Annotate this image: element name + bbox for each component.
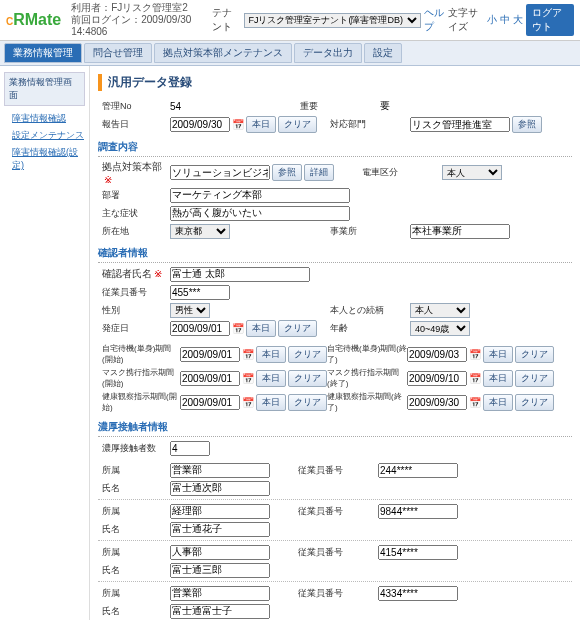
shimei-input[interactable] xyxy=(170,481,270,496)
jno-input[interactable] xyxy=(378,504,458,519)
cal-icon[interactable]: 📅 xyxy=(232,119,244,130)
date-input[interactable] xyxy=(180,371,240,386)
cal-icon[interactable]: 📅 xyxy=(242,349,254,360)
size-m[interactable]: 中 xyxy=(500,13,510,27)
area-sel[interactable]: 東京都 xyxy=(170,224,230,239)
denku-lbl: 電車区分 xyxy=(362,166,442,179)
ref-btn[interactable]: 参照 xyxy=(512,116,542,133)
logout-button[interactable]: ログアウト xyxy=(526,4,574,36)
taio-input[interactable] xyxy=(410,117,510,132)
sidebar: 業務情報管理画面 障害情報確認 設定メンテナンス 障害情報確認(設定) xyxy=(0,66,90,620)
sex-sel[interactable]: 男性 xyxy=(170,303,210,318)
hokoku-input[interactable] xyxy=(170,117,230,132)
shozoku-input[interactable] xyxy=(170,545,270,560)
user-label: 利用者：FJリスク管理室2 xyxy=(71,2,211,14)
cal-icon[interactable]: 📅 xyxy=(242,397,254,408)
side-link-3[interactable]: 障害情報確認(設定) xyxy=(4,144,85,174)
cal-icon[interactable]: 📅 xyxy=(242,373,254,384)
juyodo-val: 要 xyxy=(380,99,390,113)
ref-btn2[interactable]: 参照 xyxy=(272,164,302,181)
shozoku-input[interactable] xyxy=(170,463,270,478)
sec2-h: 調査内容 xyxy=(98,138,572,157)
sec3-h: 確認者情報 xyxy=(98,244,572,263)
jno-input[interactable] xyxy=(378,463,458,478)
shimei-input[interactable] xyxy=(170,522,270,537)
fontsize-label: 文字サイズ xyxy=(448,6,484,34)
denku-sel[interactable]: 本人 xyxy=(442,165,502,180)
jno-input[interactable] xyxy=(170,285,230,300)
detail-btn[interactable]: 詳細 xyxy=(304,164,334,181)
page-title: 汎用データ登録 xyxy=(98,74,572,91)
jno-input[interactable] xyxy=(378,545,458,560)
tenant-label: テナント xyxy=(212,6,241,34)
date-input[interactable] xyxy=(180,347,240,362)
help-link[interactable]: ヘルプ xyxy=(424,6,446,34)
hassei-input[interactable] xyxy=(170,321,230,336)
cnt-input[interactable] xyxy=(170,441,210,456)
login-label: 前回ログイン：2009/09/30 14:4806 xyxy=(71,14,211,38)
tab-settei[interactable]: 設定 xyxy=(364,43,402,63)
jno-input[interactable] xyxy=(378,586,458,601)
jigyosho-input[interactable] xyxy=(410,224,510,239)
tabs: 業務情報管理 問合せ管理 拠点対策本部メンテナンス データ出力 設定 xyxy=(0,41,580,66)
cal-icon[interactable]: 📅 xyxy=(469,397,481,408)
header: CRMate 利用者：FJリスク管理室2 前回ログイン：2009/09/30 1… xyxy=(0,0,580,41)
mgmtno-val: 54 xyxy=(170,101,181,112)
shuyo-input[interactable] xyxy=(170,206,350,221)
clear-btn[interactable]: クリア xyxy=(278,116,317,133)
cal-icon[interactable]: 📅 xyxy=(469,349,481,360)
mgmtno-lbl: 管理No xyxy=(98,100,170,113)
shozoku-input[interactable] xyxy=(170,504,270,519)
name-input[interactable] xyxy=(170,267,310,282)
tenant-select[interactable]: FJリスク管理室テナント(障害管理DB) xyxy=(244,13,421,28)
busho-input[interactable] xyxy=(170,188,350,203)
sec5-h: 濃厚接触者情報 xyxy=(98,418,572,437)
shimei-input[interactable] xyxy=(170,563,270,578)
cal-icon[interactable]: 📅 xyxy=(469,373,481,384)
hokoku-lbl: 報告日 xyxy=(98,118,170,131)
tab-data[interactable]: データ出力 xyxy=(294,43,362,63)
age-sel[interactable]: 40~49歳 xyxy=(410,321,470,336)
date-input[interactable] xyxy=(407,395,467,410)
side-header: 業務情報管理画面 xyxy=(4,72,85,106)
size-l[interactable]: 大 xyxy=(513,13,523,27)
logo: CRMate xyxy=(6,11,61,29)
rel-sel[interactable]: 本人 xyxy=(410,303,470,318)
size-s[interactable]: 小 xyxy=(487,13,497,27)
kyoten-input[interactable] xyxy=(170,165,270,180)
side-link-1[interactable]: 障害情報確認 xyxy=(4,110,85,127)
date-input[interactable] xyxy=(407,371,467,386)
taio-lbl: 対応部門 xyxy=(330,118,410,131)
tab-gyomu[interactable]: 業務情報管理 xyxy=(4,43,82,63)
today-btn[interactable]: 本日 xyxy=(246,116,276,133)
date-input[interactable] xyxy=(407,347,467,362)
shimei-input[interactable] xyxy=(170,604,270,619)
tab-toiawase[interactable]: 問合せ管理 xyxy=(84,43,152,63)
header-info: 利用者：FJリスク管理室2 前回ログイン：2009/09/30 14:4806 xyxy=(71,2,211,38)
side-link-2[interactable]: 設定メンテナンス xyxy=(4,127,85,144)
date-input[interactable] xyxy=(180,395,240,410)
cal-icon[interactable]: 📅 xyxy=(232,323,244,334)
juyodo-lbl: 重要 xyxy=(300,100,380,113)
shozoku-input[interactable] xyxy=(170,586,270,601)
tab-kyoten[interactable]: 拠点対策本部メンテナンス xyxy=(154,43,292,63)
